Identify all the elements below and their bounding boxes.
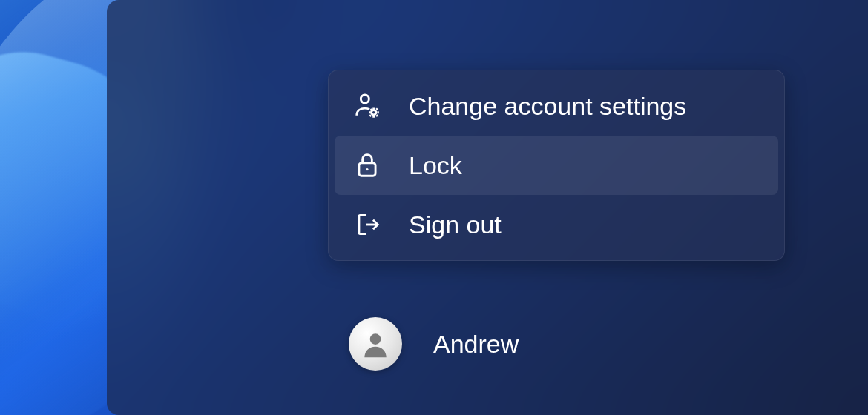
menu-item-label: Change account settings: [409, 92, 686, 121]
avatar-placeholder-icon: [359, 328, 392, 360]
lock-icon: [352, 150, 382, 180]
sign-out-button[interactable]: Sign out: [335, 195, 778, 254]
svg-point-1: [372, 110, 376, 115]
account-settings-icon: [352, 91, 382, 121]
start-menu-panel: Change account settings Lock Sign ou: [107, 0, 868, 415]
username-label: Andrew: [433, 330, 519, 359]
lock-button[interactable]: Lock: [335, 136, 778, 195]
menu-item-label: Lock: [409, 151, 462, 180]
user-avatar: [349, 317, 402, 371]
svg-point-4: [370, 333, 381, 345]
user-profile-section[interactable]: Andrew: [349, 317, 519, 371]
menu-item-label: Sign out: [409, 210, 502, 239]
change-account-settings-button[interactable]: Change account settings: [335, 76, 778, 136]
user-context-menu: Change account settings Lock Sign ou: [328, 70, 785, 261]
svg-point-0: [361, 95, 369, 103]
sign-out-icon: [352, 210, 382, 239]
svg-point-3: [366, 168, 368, 170]
